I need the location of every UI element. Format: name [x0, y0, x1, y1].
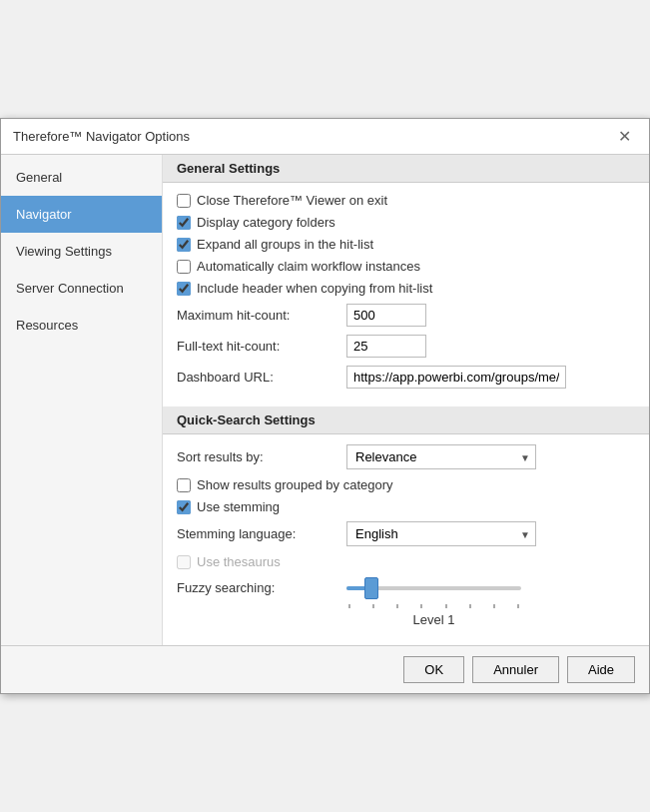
- checkbox-row-use-stemming: Use stemming: [177, 499, 635, 514]
- fulltext-hit-count-input[interactable]: [346, 335, 426, 358]
- dashboard-url-input[interactable]: [346, 366, 566, 389]
- use-thesaurus-checkbox[interactable]: [177, 555, 191, 569]
- checkbox-row-include-header: Include header when copying from hit-lis…: [177, 281, 635, 296]
- fuzzy-slider-ticks: [346, 604, 521, 608]
- slider-tick-5: [445, 604, 447, 608]
- checkbox-row-display-category: Display category folders: [177, 215, 635, 230]
- use-stemming-label: Use stemming: [197, 499, 280, 514]
- dashboard-url-label: Dashboard URL:: [177, 370, 336, 385]
- title-bar: Therefore™ Navigator Options ✕: [1, 119, 649, 155]
- sidebar-item-navigator[interactable]: Navigator: [1, 196, 162, 233]
- stemming-language-label: Stemming language:: [177, 526, 336, 541]
- window-title: Therefore™ Navigator Options: [13, 129, 190, 144]
- sort-results-label: Sort results by:: [177, 449, 336, 464]
- fulltext-hit-count-label: Full-text hit-count:: [177, 339, 336, 354]
- sidebar-item-server-connection[interactable]: Server Connection: [1, 270, 162, 307]
- slider-tick-7: [493, 604, 495, 608]
- field-row-dashboard-url: Dashboard URL:: [177, 366, 635, 389]
- show-grouped-label: Show results grouped by category: [197, 477, 393, 492]
- fuzzy-slider-container: Level 1: [346, 576, 521, 627]
- stemming-language-row: Stemming language: English French German…: [177, 521, 635, 546]
- main-window: Therefore™ Navigator Options ✕ General N…: [0, 118, 650, 694]
- sort-results-row: Sort results by: Relevance Date Name ▼: [177, 444, 635, 469]
- display-category-checkbox[interactable]: [177, 216, 191, 230]
- help-button[interactable]: Aide: [567, 656, 635, 683]
- ok-button[interactable]: OK: [403, 656, 464, 683]
- fuzzy-searching-row: Fuzzy searching:: [177, 576, 635, 627]
- sort-select-wrapper: Relevance Date Name ▼: [346, 444, 536, 469]
- field-row-fulltext-hit-count: Full-text hit-count:: [177, 335, 635, 358]
- show-grouped-checkbox[interactable]: [177, 478, 191, 492]
- content-area: General Navigator Viewing Settings Serve…: [1, 155, 649, 645]
- slider-tick-3: [396, 604, 398, 608]
- cancel-button[interactable]: Annuler: [472, 656, 559, 683]
- footer: OK Annuler Aide: [1, 645, 649, 693]
- fuzzy-level-label: Level 1: [346, 612, 521, 627]
- checkbox-row-expand-groups: Expand all groups in the hit-list: [177, 237, 635, 252]
- fuzzy-slider-track-wrapper: [346, 576, 521, 600]
- sidebar-item-viewing-settings[interactable]: Viewing Settings: [1, 233, 162, 270]
- use-thesaurus-label: Use thesaurus: [197, 554, 281, 569]
- close-viewer-checkbox[interactable]: [177, 194, 191, 208]
- general-settings-body: Close Therefore™ Viewer on exit Display …: [163, 183, 649, 406]
- auto-claim-label: Automatically claim workflow instances: [197, 259, 420, 274]
- max-hit-count-input[interactable]: [346, 304, 426, 327]
- slider-tick-2: [372, 604, 374, 608]
- auto-claim-checkbox[interactable]: [177, 260, 191, 274]
- sidebar-item-resources[interactable]: Resources: [1, 307, 162, 344]
- fuzzy-slider-thumb[interactable]: [364, 577, 378, 599]
- stemming-language-select[interactable]: English French German Spanish: [346, 521, 536, 546]
- main-panel: General Settings Close Therefore™ Viewer…: [163, 155, 649, 645]
- include-header-checkbox[interactable]: [177, 282, 191, 296]
- expand-groups-checkbox[interactable]: [177, 238, 191, 252]
- checkbox-row-close-viewer: Close Therefore™ Viewer on exit: [177, 193, 635, 208]
- stemming-select-wrapper: English French German Spanish ▼: [346, 521, 536, 546]
- fuzzy-searching-label: Fuzzy searching:: [177, 576, 336, 595]
- close-viewer-label: Close Therefore™ Viewer on exit: [197, 193, 387, 208]
- quick-search-header: Quick-Search Settings: [163, 406, 649, 434]
- sidebar-item-general[interactable]: General: [1, 159, 162, 196]
- sort-results-select[interactable]: Relevance Date Name: [346, 444, 536, 469]
- fuzzy-slider-track: [346, 586, 521, 590]
- slider-tick-1: [348, 604, 350, 608]
- sidebar: General Navigator Viewing Settings Serve…: [1, 155, 163, 645]
- slider-tick-6: [469, 604, 471, 608]
- expand-groups-label: Expand all groups in the hit-list: [197, 237, 373, 252]
- use-stemming-checkbox[interactable]: [177, 500, 191, 514]
- max-hit-count-label: Maximum hit-count:: [177, 308, 336, 323]
- quick-search-body: Sort results by: Relevance Date Name ▼ S…: [163, 434, 649, 645]
- checkbox-row-auto-claim: Automatically claim workflow instances: [177, 259, 635, 274]
- checkbox-row-show-grouped: Show results grouped by category: [177, 477, 635, 492]
- checkbox-row-use-thesaurus: Use thesaurus: [177, 554, 635, 569]
- display-category-label: Display category folders: [197, 215, 335, 230]
- field-row-max-hit-count: Maximum hit-count:: [177, 304, 635, 327]
- slider-tick-4: [420, 604, 422, 608]
- close-button[interactable]: ✕: [612, 127, 637, 147]
- include-header-label: Include header when copying from hit-lis…: [197, 281, 432, 296]
- general-settings-header: General Settings: [163, 155, 649, 183]
- slider-tick-8: [517, 604, 519, 608]
